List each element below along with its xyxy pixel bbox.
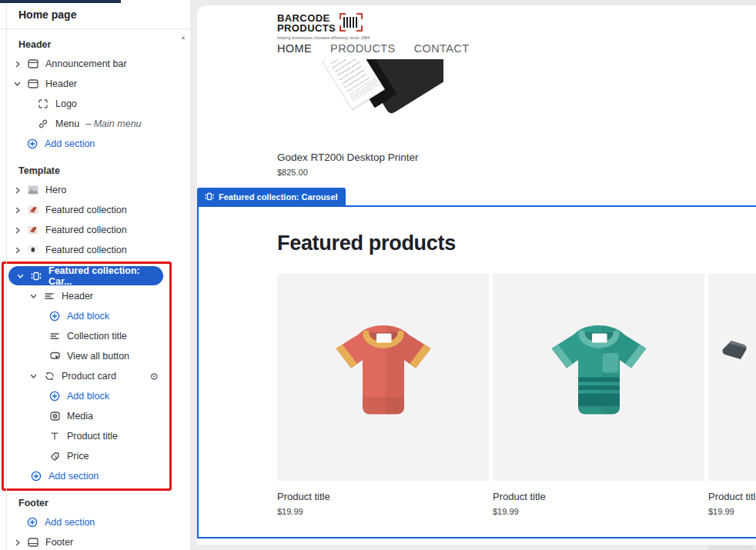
sidebar-item-header[interactable]: Header	[0, 74, 181, 94]
theme-editor-sidebar: Home page ▲ Header Announcement bar Head…	[0, 0, 190, 550]
section-badge-label: Featured collection: Carousel	[219, 192, 338, 202]
nav-link-home[interactable]: HOME	[277, 42, 312, 55]
product-image-dark-tshirt-partial	[708, 274, 756, 481]
section-icon	[27, 79, 39, 88]
logo-word-2: PRODUCTS	[277, 23, 336, 33]
sidebar-item-featured-collection-3[interactable]: Featured collection	[0, 240, 181, 260]
collection-thumbnail-icon	[27, 245, 39, 255]
section-icon	[27, 59, 39, 68]
logo-frame-icon	[37, 99, 49, 108]
logo-tagline: helping businesses increase efficiency s…	[277, 35, 370, 40]
chevron-right-icon	[14, 227, 21, 234]
nav-link-products[interactable]: PRODUCTS	[330, 42, 396, 55]
product-title: Product title	[708, 491, 756, 502]
loading-progress-bar	[0, 0, 121, 3]
sidebar-item-announcement-bar[interactable]: Announcement bar	[0, 54, 181, 74]
section-badge-featured-collection-carousel[interactable]: Featured collection: Carousel	[197, 188, 346, 205]
menu-assignment-label: – Main menu	[85, 118, 141, 129]
chevron-down-icon	[30, 373, 37, 379]
add-circle-icon	[30, 471, 42, 482]
add-section-button-header[interactable]: Add section	[0, 134, 181, 154]
product-title: Product title	[493, 491, 704, 502]
scroll-up-arrow-icon[interactable]: ▲	[180, 34, 186, 41]
chevron-right-icon	[14, 187, 21, 194]
barcode-logo-mark-icon	[340, 13, 363, 32]
sidebar-item-featured-collection-carousel-selected[interactable]: Featured collection: Car...	[8, 266, 163, 285]
sidebar-item-collection-title[interactable]: Collection title	[4, 326, 169, 346]
partial-bottom-right-button[interactable]	[708, 546, 754, 550]
carousel-icon	[205, 192, 214, 201]
link-icon	[37, 119, 49, 128]
add-section-button-footer[interactable]: Add section	[0, 512, 181, 532]
chevron-right-icon	[14, 539, 21, 546]
sidebar-item-featured-collection-2[interactable]: Featured collection	[0, 220, 181, 240]
printer-product-price: $825.00	[277, 168, 308, 177]
sidebar-item-menu[interactable]: Menu – Main menu	[0, 114, 181, 134]
media-icon	[49, 412, 61, 421]
product-card-3[interactable]: Product title $19.99	[708, 274, 756, 516]
collection-thumbnail-icon	[27, 225, 39, 235]
teal-tshirt-graphic	[530, 305, 668, 443]
sidebar-item-view-all-button[interactable]: View all button	[4, 346, 169, 366]
hero-thumbnail-icon	[27, 185, 39, 195]
add-block-button-header[interactable]: Add block	[4, 306, 169, 326]
printer-product-title[interactable]: Godex RT200i Desktop Printer	[277, 152, 419, 163]
page-title: Home page	[0, 0, 190, 29]
text-T-icon	[49, 432, 61, 441]
group-label-header: Header	[0, 35, 181, 54]
dark-tshirt-sleeve-graphic	[721, 340, 748, 361]
sidebar-item-header-block[interactable]: Header	[4, 286, 169, 306]
svg-text:$: $	[55, 455, 57, 459]
printer-product-image[interactable]	[313, 59, 443, 128]
add-section-button-template[interactable]: Add section	[4, 466, 169, 486]
repeat-icon	[43, 372, 55, 381]
footer-section-icon	[27, 538, 39, 547]
chevron-right-icon	[14, 247, 21, 254]
carousel-icon	[30, 272, 42, 281]
add-circle-icon	[26, 517, 38, 528]
product-title: Product title	[277, 491, 489, 502]
product-card-2[interactable]: Product title $19.99	[493, 274, 704, 516]
product-carousel: Product title $19.99	[277, 274, 756, 516]
sidebar-item-footer[interactable]: Footer	[0, 532, 181, 550]
sidebar-item-product-title[interactable]: Product title	[4, 426, 169, 446]
chevron-right-icon	[14, 61, 21, 68]
product-image-teal-tshirt	[493, 274, 704, 481]
sidebar-item-media[interactable]: Media	[4, 406, 169, 426]
text-lines-icon	[43, 292, 55, 301]
storefront-nav: HOME PRODUCTS CONTACT	[277, 42, 470, 55]
store-logo[interactable]: BARCODE PRODUCTS helping businesses incr…	[277, 13, 370, 40]
product-card-1[interactable]: Product title $19.99	[277, 274, 489, 516]
add-circle-icon	[49, 311, 61, 322]
group-label-template: Template	[0, 162, 181, 180]
add-circle-icon	[26, 138, 38, 149]
collection-thumbnail-icon	[27, 205, 39, 215]
sidebar-item-product-card[interactable]: Product card ⚙	[4, 366, 169, 386]
theme-preview-panel: BARCODE PRODUCTS helping businesses incr…	[197, 5, 756, 550]
section-tree: Header Announcement bar Header Logo Menu…	[0, 29, 190, 550]
left-rail-divider	[6, 0, 7, 550]
coral-tshirt-graphic	[314, 305, 453, 443]
chevron-right-icon	[14, 207, 21, 214]
chevron-down-icon	[17, 273, 24, 279]
chevron-down-icon	[14, 81, 21, 87]
nav-link-contact[interactable]: CONTACT	[414, 42, 470, 55]
next-section-strip	[197, 545, 756, 550]
product-price: $19.99	[277, 507, 489, 516]
add-circle-icon	[49, 391, 61, 402]
sidebar-item-featured-collection-1[interactable]: Featured collection	[0, 200, 181, 220]
text-lines-icon	[49, 332, 61, 341]
sidebar-item-hero[interactable]: Hero	[0, 180, 181, 200]
chevron-down-icon	[30, 293, 37, 299]
price-tag-icon: $	[49, 452, 61, 461]
sidebar-item-logo[interactable]: Logo	[0, 94, 181, 114]
red-highlight-outline: Featured collection: Car... Header Add b…	[2, 262, 172, 491]
add-block-button-product-card[interactable]: Add block	[4, 386, 169, 406]
sidebar-item-price[interactable]: $ Price	[4, 446, 169, 466]
product-price: $19.99	[493, 507, 704, 516]
gear-icon[interactable]: ⚙	[149, 371, 159, 382]
group-label-footer: Footer	[0, 494, 181, 512]
button-cursor-icon	[49, 352, 61, 361]
product-price: $19.99	[708, 507, 756, 516]
product-image-coral-tshirt	[277, 274, 489, 481]
